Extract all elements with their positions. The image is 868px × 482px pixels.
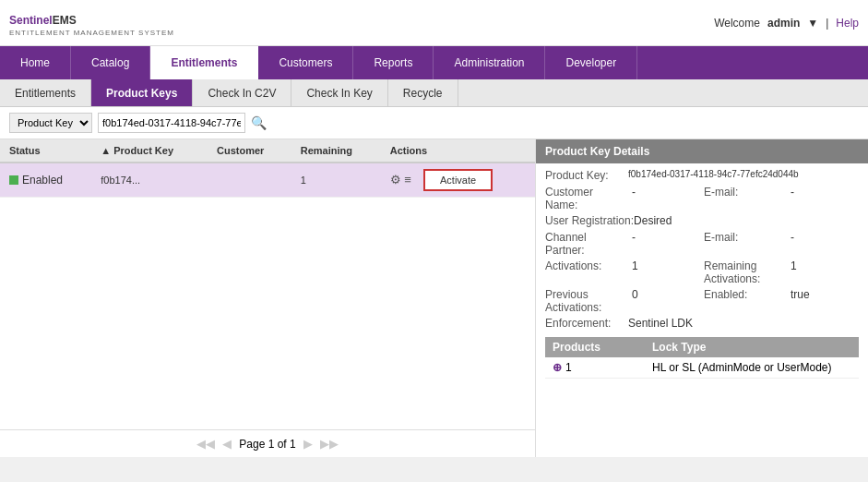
channel-partner-value: - xyxy=(632,231,700,257)
prev-page-button[interactable]: ◀ xyxy=(222,437,232,451)
activations-row: Activations: 1 Remaining Activations: 1 xyxy=(545,259,859,285)
nav-reports[interactable]: Reports xyxy=(353,46,434,79)
nav-developer[interactable]: Developer xyxy=(545,46,637,79)
next-page-button[interactable]: ▶ xyxy=(303,437,313,451)
products-col-header: Products xyxy=(553,341,652,354)
last-page-button[interactable]: ▶▶ xyxy=(320,437,339,451)
col-product-key[interactable]: ▲ Product Key xyxy=(91,139,208,163)
enforcement-row: Enforcement: Sentinel LDK xyxy=(545,317,859,330)
help-link[interactable]: Help xyxy=(836,17,859,30)
channel-email-value: - xyxy=(791,231,859,257)
expand-product-button[interactable]: ⊕ xyxy=(553,361,562,374)
tab-recycle[interactable]: Recycle xyxy=(388,79,458,106)
products-table-header: Products Lock Type xyxy=(545,337,859,357)
logo-title: SentinelEMS xyxy=(9,9,174,29)
cell-customer xyxy=(208,163,291,198)
previous-activations-value: 0 xyxy=(632,288,700,314)
tab-check-in-c2v[interactable]: Check In C2V xyxy=(193,79,291,106)
separator: | xyxy=(826,17,828,30)
prev-activations-row: Previous Activations: 0 Enabled: true xyxy=(545,288,859,314)
sub-nav: Entitlements Product Keys Check In C2V C… xyxy=(0,79,868,107)
activations-label: Activations: xyxy=(545,259,628,285)
col-customer: Customer xyxy=(208,139,291,163)
logo-subtitle: ENTITLEMENT MANAGEMENT SYSTEM xyxy=(9,29,174,37)
action-icons: ⚙ ≡ xyxy=(390,173,411,187)
product-key-value: f0b174ed-0317-4118-94c7-77efc24d044b xyxy=(628,169,799,179)
enforcement-value: Sentinel LDK xyxy=(628,317,693,330)
email-value: - xyxy=(791,186,859,211)
user-registration-label: User Registration: xyxy=(545,214,634,227)
activate-button[interactable]: Activate xyxy=(423,169,493,191)
logo-ems: EMS xyxy=(53,14,77,27)
customer-name-label: Customer Name: xyxy=(545,186,628,211)
logo: SentinelEMS ENTITLEMENT MANAGEMENT SYSTE… xyxy=(9,9,174,37)
page-label: Page 1 of 1 xyxy=(239,438,295,451)
username: admin xyxy=(767,17,800,30)
nav-administration[interactable]: Administration xyxy=(434,46,545,79)
remaining-activations-label: Remaining Activations: xyxy=(704,259,787,285)
search-input[interactable] xyxy=(98,113,245,133)
channel-partner-row: Channel Partner: - E-mail: - xyxy=(545,231,859,257)
table-row[interactable]: Enabled f0b174... 1 ⚙ ≡ Activate xyxy=(0,163,535,198)
activations-value: 1 xyxy=(632,259,700,285)
customer-name-value: - xyxy=(632,186,700,211)
customer-email-row: Customer Name: - E-mail: - xyxy=(545,186,859,211)
status-label: Enabled xyxy=(22,174,63,187)
product-number: 1 xyxy=(565,361,572,374)
lock-type-value: HL or SL (AdminMode or UserMode) xyxy=(652,361,851,374)
pagination: ◀◀ ◀ Page 1 of 1 ▶ ▶▶ xyxy=(0,429,535,457)
nav-customers[interactable]: Customers xyxy=(258,46,353,79)
tab-check-in-key[interactable]: Check In Key xyxy=(291,79,387,106)
main-nav: Home Catalog Entitlements Customers Repo… xyxy=(0,46,868,79)
tab-product-keys[interactable]: Product Keys xyxy=(91,79,193,106)
filter-bar: Product Key 🔍 xyxy=(0,107,868,139)
status-enabled-icon xyxy=(9,175,18,185)
welcome-text: Welcome xyxy=(714,17,760,30)
first-page-button[interactable]: ◀◀ xyxy=(196,437,215,451)
dropdown-arrow-icon[interactable]: ▼ xyxy=(807,17,818,30)
enabled-label: Enabled: xyxy=(704,288,787,314)
cell-status: Enabled xyxy=(0,163,91,198)
top-bar: SentinelEMS ENTITLEMENT MANAGEMENT SYSTE… xyxy=(0,0,868,46)
user-registration-value: Desired xyxy=(634,214,672,227)
cell-actions: ⚙ ≡ Activate xyxy=(381,163,535,198)
email-label: E-mail: xyxy=(704,186,787,211)
product-key-label: Product Key: xyxy=(545,169,628,182)
channel-partner-label: Channel Partner: xyxy=(545,231,628,257)
col-status: Status xyxy=(0,139,91,163)
logo-sentinel: Sentinel xyxy=(9,14,53,27)
col-remaining: Remaining xyxy=(291,139,381,163)
details-header: Product Key Details xyxy=(536,139,868,163)
nav-home[interactable]: Home xyxy=(0,46,71,79)
col-actions: Actions xyxy=(381,139,535,163)
nav-catalog[interactable]: Catalog xyxy=(71,46,150,79)
search-button[interactable]: 🔍 xyxy=(251,115,267,130)
enabled-value: true xyxy=(791,288,859,314)
products-row: ⊕ 1 HL or SL (AdminMode or UserMode) xyxy=(545,357,859,379)
filter-dropdown[interactable]: Product Key xyxy=(9,113,92,133)
channel-email-label: E-mail: xyxy=(704,231,787,257)
top-right-bar: Welcome admin ▼ | Help xyxy=(714,17,859,30)
table-area: Status ▲ Product Key Customer Remaining … xyxy=(0,139,536,457)
details-body: Product Key: f0b174ed-0317-4118-94c7-77e… xyxy=(536,163,868,457)
cell-remaining: 1 xyxy=(291,163,381,198)
tab-entitlements[interactable]: Entitlements xyxy=(0,79,91,106)
nav-entitlements[interactable]: Entitlements xyxy=(150,46,258,79)
details-panel: Product Key Details Product Key: f0b174e… xyxy=(536,139,868,457)
previous-activations-label: Previous Activations: xyxy=(545,288,628,314)
enforcement-label: Enforcement: xyxy=(545,317,628,330)
product-keys-table: Status ▲ Product Key Customer Remaining … xyxy=(0,139,535,198)
content-area: Status ▲ Product Key Customer Remaining … xyxy=(0,139,868,457)
detail-product-key-row: Product Key: f0b174ed-0317-4118-94c7-77e… xyxy=(545,169,859,182)
lock-type-col-header: Lock Type xyxy=(652,341,851,354)
user-registration-row: User Registration: Desired xyxy=(545,214,859,227)
remaining-activations-value: 1 xyxy=(791,259,859,285)
cell-product-key: f0b174... xyxy=(91,163,208,198)
